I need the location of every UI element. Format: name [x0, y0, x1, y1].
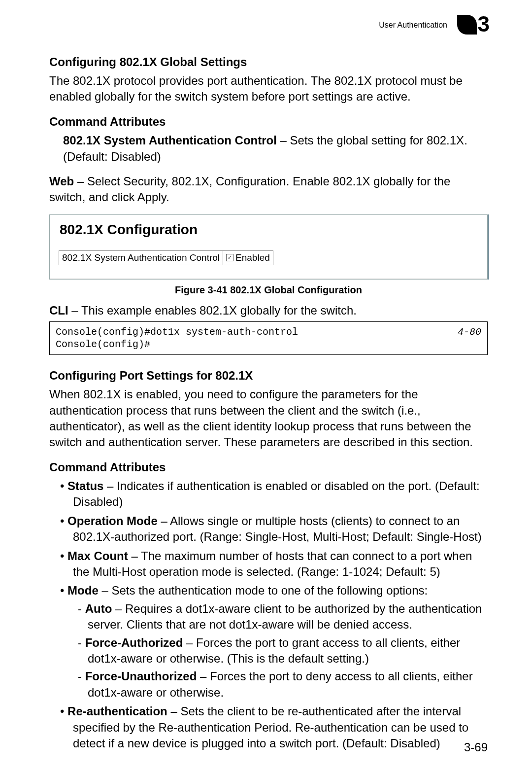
screenshot-title: 802.1X Configuration [60, 222, 478, 238]
section-intro-global: The 802.1X protocol provides port authen… [49, 73, 488, 105]
port-attributes-list: Status – Indicates if authentication is … [49, 478, 488, 751]
section-heading-port: Configuring Port Settings for 802.1X [49, 369, 488, 383]
section-intro-port: When 802.1X is enabled, you need to conf… [49, 387, 488, 451]
chapter-icon: 3 [457, 15, 488, 35]
cli-ref: 4-80 [448, 326, 481, 351]
page-number: 3-69 [464, 740, 488, 754]
section-heading-global: Configuring 802.1X Global Settings [49, 55, 488, 69]
list-item: Operation Mode – Allows single or multip… [49, 513, 488, 545]
sub-list-item: Auto – Requires a dot1x-aware client to … [73, 601, 488, 633]
list-item: Status – Indicates if authentication is … [49, 478, 488, 510]
auth-control-checkbox[interactable]: ✓ [226, 254, 233, 261]
figure-caption: Figure 3-41 802.1X Global Configuration [49, 284, 488, 296]
chapter-number: 3 [478, 12, 490, 36]
command-attributes-label: Command Attributes [49, 114, 488, 130]
auth-control-row: 802.1X System Authentication Control ✓ E… [59, 250, 273, 265]
list-item: Mode – Sets the authentication mode to o… [49, 583, 488, 701]
sub-list-item: Force-Authorized – Forces the port to gr… [73, 635, 488, 667]
auth-control-label: 802.1X System Authentication Control [59, 251, 223, 265]
config-screenshot: 802.1X Configuration 802.1X System Authe… [49, 214, 488, 280]
list-item: Re-authentication – Sets the client to b… [49, 704, 488, 751]
attr-name: 802.1X System Authentication Control [63, 134, 277, 147]
auth-control-value: Enabled [235, 252, 270, 263]
cli-code: Console(config)#dot1x system-auth-contro… [56, 326, 448, 351]
attribute-block: 802.1X System Authentication Control – S… [49, 133, 488, 165]
page-header: User Authentication 3 [49, 15, 488, 35]
command-attributes-label-2: Command Attributes [49, 459, 488, 475]
list-item: Max Count – The maximum number of hosts … [49, 548, 488, 580]
web-instructions: Web – Select Security, 802.1X, Configura… [49, 174, 488, 206]
cli-lead: CLI – This example enables 802.1X global… [49, 303, 488, 318]
header-title: User Authentication [379, 21, 447, 30]
sub-list-item: Force-Unauthorized – Forces the port to … [73, 668, 488, 701]
cli-sample: Console(config)#dot1x system-auth-contro… [49, 321, 488, 355]
